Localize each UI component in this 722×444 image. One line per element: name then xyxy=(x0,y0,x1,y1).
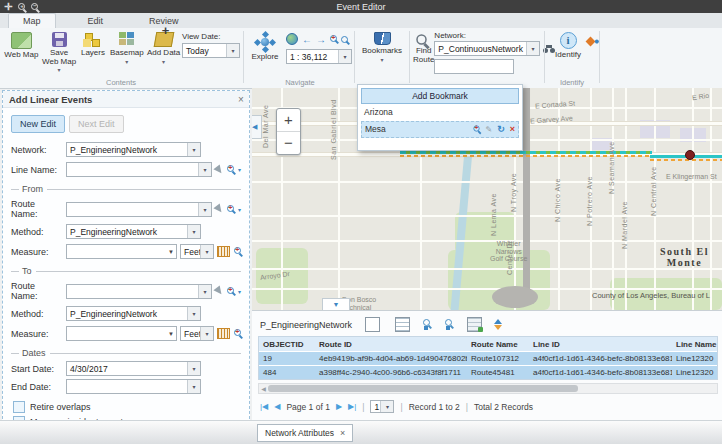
select-line-on-map-icon[interactable] xyxy=(213,164,224,175)
map-collapse-left-icon[interactable]: ◀ xyxy=(252,115,262,139)
checkbox-retire-overlaps[interactable] xyxy=(13,401,25,413)
to-legend: To xyxy=(11,266,241,276)
horizontal-scrollbar[interactable]: ◀ xyxy=(258,383,718,394)
from-measure-input[interactable]: ▼ xyxy=(66,244,177,259)
map-zoom-in-button[interactable]: + xyxy=(277,109,300,132)
bookmark-item-arizona[interactable]: Arizona xyxy=(361,106,519,119)
column-header-route-name[interactable]: Route Name xyxy=(467,340,529,349)
display-date-icon[interactable] xyxy=(395,317,410,332)
to-measure-input[interactable]: ▼ xyxy=(66,326,177,341)
to-unit-caret-icon: ▾ xyxy=(200,327,213,340)
column-header-line-name[interactable]: Line Name xyxy=(672,340,717,349)
next-extent-icon[interactable]: → xyxy=(316,34,326,45)
line-name-select[interactable]: ▾ xyxy=(66,162,212,177)
bookmark-refresh-icon[interactable]: ↻ xyxy=(497,123,505,136)
last-page-icon[interactable]: ▶| xyxy=(348,402,356,411)
street-label: Del Mar Ave xyxy=(262,96,270,148)
cell-route-name: Route45481 xyxy=(467,368,529,377)
tab-edit[interactable]: Edit xyxy=(74,14,118,28)
from-select-route-on-map-icon[interactable] xyxy=(213,203,224,214)
find-route-button[interactable]: Find Route xyxy=(413,28,434,74)
explore-button[interactable]: Explore xyxy=(248,33,282,64)
street-label: San Gabriel Blvd xyxy=(330,90,338,160)
page-select[interactable]: 1 ▾ xyxy=(370,400,394,413)
to-route-name-label: Route Name: xyxy=(11,281,63,301)
from-method-select[interactable]: P_EngineeringNetwork ▾ xyxy=(66,224,201,239)
full-extent-icon[interactable] xyxy=(286,33,298,45)
from-route-zoom-icon[interactable] xyxy=(227,205,234,212)
panel-close-icon[interactable]: × xyxy=(233,94,249,105)
zoom-out-tool-icon[interactable] xyxy=(341,36,348,43)
line-zoom-caret-icon[interactable]: ▾ xyxy=(238,166,241,173)
start-date-field[interactable]: 4/30/2017 ▾ xyxy=(66,361,201,376)
bookmark-edit-icon[interactable]: ✎ xyxy=(485,123,492,136)
map-zoom-out-button[interactable]: − xyxy=(277,132,300,154)
network-field-select[interactable]: P_EngineeringNetwork ▾ xyxy=(66,142,201,157)
tab-network-attributes[interactable]: Network Attributes × xyxy=(257,424,353,442)
identify-button[interactable]: i Identify xyxy=(548,28,588,60)
to-route-zoom-caret-icon[interactable]: ▾ xyxy=(238,288,241,295)
to-route-name-select[interactable]: ▾ xyxy=(66,284,212,299)
from-measure-unit-select[interactable]: Feet ▾ xyxy=(180,244,214,259)
attribute-table: OBJECTID Route ID Route Name Line ID Lin… xyxy=(258,336,718,380)
scroll-left-icon[interactable]: ◀ xyxy=(259,385,268,392)
map-collapse-bottom-icon[interactable]: ▼ xyxy=(322,298,350,310)
tab-map[interactable]: Map xyxy=(8,13,56,28)
new-edit-button[interactable]: New Edit xyxy=(11,115,65,133)
to-measure-label: Measure: xyxy=(11,329,63,339)
view-date-select[interactable]: Today ▾ xyxy=(182,43,240,58)
column-header-line-id[interactable]: Line ID xyxy=(529,340,672,349)
save-web-map-button[interactable]: Save Web Map ▾ xyxy=(41,28,78,72)
bookmarks-button[interactable]: Bookmarks ▾ xyxy=(358,28,406,62)
web-map-button[interactable]: Web Map xyxy=(2,28,41,72)
first-page-icon[interactable]: |◀ xyxy=(260,402,268,411)
book-icon xyxy=(374,32,391,45)
to-measure-zoom-icon[interactable] xyxy=(234,329,241,336)
pan-to-selection-icon[interactable] xyxy=(445,318,458,331)
to-measure-unit-select[interactable]: Feet ▾ xyxy=(180,326,214,341)
cell-route-id: 4eb9419b-af9b-4d04-ab69-1d490476802b xyxy=(315,354,467,363)
from-measure-ruler-icon[interactable] xyxy=(217,246,230,257)
to-measure-ruler-icon[interactable] xyxy=(217,328,230,339)
grid-source-label: P_EngineeringNetwork xyxy=(260,320,352,330)
from-route-name-select[interactable]: ▾ xyxy=(66,202,212,217)
column-header-route-id[interactable]: Route ID xyxy=(315,340,467,349)
add-data-button[interactable]: Add Data ▾ xyxy=(145,28,182,72)
column-header-objectid[interactable]: OBJECTID xyxy=(259,340,315,349)
table-row[interactable]: 19 4eb9419b-af9b-4d04-ab69-1d490476802b … xyxy=(259,351,717,365)
previous-page-icon[interactable]: ◀ xyxy=(274,402,280,411)
from-legend: From xyxy=(11,184,241,194)
map-scale-select[interactable]: 1 : 36,112 ▾ xyxy=(286,49,352,64)
scrollbar-thumb[interactable] xyxy=(268,385,578,392)
table-row[interactable]: 484 a398ff4c-2940-4c00-96b6-c6343f8f1711… xyxy=(259,365,717,379)
zoom-to-selection-icon[interactable] xyxy=(423,318,436,331)
end-date-field[interactable]: ▾ xyxy=(66,379,201,394)
to-method-select[interactable]: P_EngineeringNetwork ▾ xyxy=(66,306,201,321)
network-select[interactable]: P_ContinuousNetwork ▾ xyxy=(434,41,540,56)
previous-extent-icon[interactable]: ← xyxy=(302,34,312,45)
bookmark-delete-icon[interactable]: × xyxy=(510,123,515,136)
from-measure-zoom-icon[interactable] xyxy=(234,247,241,254)
route-input[interactable] xyxy=(434,59,514,74)
bookmark-zoom-icon[interactable] xyxy=(474,125,480,131)
to-route-zoom-icon[interactable] xyxy=(227,287,234,294)
tab-close-icon[interactable]: × xyxy=(340,428,345,438)
bookmark-item-mesa[interactable]: Mesa ✎ ↻ × xyxy=(361,121,519,138)
sort-icon[interactable] xyxy=(491,319,504,330)
basemap-button[interactable]: Basemap ▾ xyxy=(108,28,145,72)
from-route-zoom-caret-icon[interactable]: ▾ xyxy=(238,206,241,213)
total-records-label: Total 2 Records xyxy=(474,402,533,412)
add-bookmark-button[interactable]: Add Bookmark xyxy=(361,88,519,104)
table-header-row: OBJECTID Route ID Route Name Line ID Lin… xyxy=(259,337,717,351)
layers-icon xyxy=(85,32,101,47)
layers-button[interactable]: Layers xyxy=(77,28,108,72)
line-zoom-icon[interactable] xyxy=(227,165,234,172)
show-selected-records-icon[interactable] xyxy=(365,317,380,332)
event-editor-app: ✛ + − Event Editor Map Edit Review Web M… xyxy=(0,0,722,444)
zoom-in-tool-icon[interactable] xyxy=(330,35,337,42)
next-page-icon[interactable]: ▶ xyxy=(336,402,342,411)
selection-options-icon[interactable] xyxy=(467,317,482,332)
street-label: N Chico Ave xyxy=(554,172,562,222)
to-select-route-on-map-icon[interactable] xyxy=(213,285,224,296)
explore-icon xyxy=(256,33,274,51)
